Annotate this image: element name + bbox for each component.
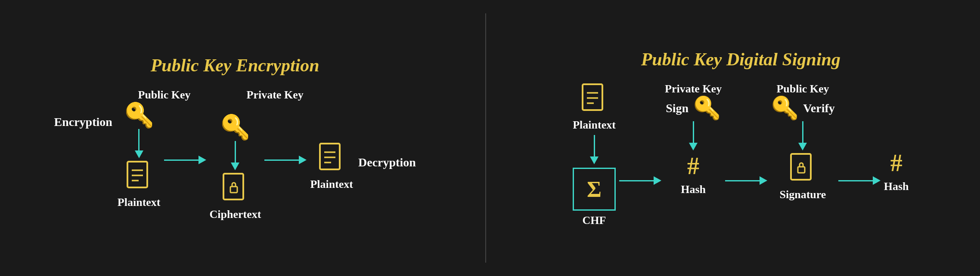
ciphertext-doc-col: Ciphertext	[210, 172, 261, 221]
verify-label: Verify	[803, 101, 835, 115]
sign-plaintext-col: Plaintext	[573, 83, 616, 132]
sign-public-key-label: Public Key	[776, 83, 829, 95]
sign-label: Sign	[666, 101, 688, 115]
section-divider	[485, 13, 486, 263]
svg-rect-10	[583, 84, 602, 110]
ciphertext-doc-icon	[222, 172, 248, 205]
arrow-enc-to-cipher	[164, 156, 206, 164]
hash1-icon: #	[687, 152, 699, 180]
arrow-chf-to-hash1	[619, 176, 661, 185]
plaintext-doc-col: Plaintext	[118, 160, 161, 209]
plaintext-doc-icon	[126, 160, 152, 193]
main-container: Public Key Encryption Public Key Private…	[0, 0, 980, 276]
plaintext1-label: Plaintext	[118, 196, 161, 209]
chf-label: CHF	[583, 214, 606, 227]
arrow-down-pubkey	[135, 129, 143, 158]
private-key-label: Private Key	[247, 89, 304, 101]
sign-plaintext-doc-icon	[581, 83, 608, 115]
hash2-col: # Hash	[884, 149, 909, 193]
arrow-hash1-to-sig	[725, 176, 767, 185]
sign-private-key-icon: 🔑	[693, 97, 721, 120]
hash2-label: Hash	[884, 180, 909, 193]
ciphertext-label: Ciphertext	[210, 208, 261, 221]
signature-label: Signature	[780, 188, 826, 201]
chf-box: Σ	[573, 168, 616, 211]
svg-rect-15	[798, 167, 805, 173]
plaintext2-doc-icon	[318, 142, 345, 175]
svg-rect-5	[230, 187, 237, 193]
private-key-icon: 🔑	[220, 115, 250, 139]
sign-public-key-icon: 🔑	[771, 97, 799, 120]
sigma-icon: Σ	[587, 177, 602, 202]
signing-section: Public Key Digital Signing Plaintext	[504, 49, 977, 227]
public-key-label: Public Key	[138, 89, 191, 101]
arrow-down-privkey	[231, 141, 239, 170]
arrow-plain-to-chf	[590, 135, 599, 164]
public-key-icon: 🔑	[124, 103, 154, 127]
arrow-cipher-to-plain2	[264, 156, 307, 164]
arrow-privkey-to-sig	[689, 121, 698, 150]
hash2-icon: #	[890, 149, 902, 177]
signature-col: Signature	[780, 152, 826, 201]
signature-doc-icon	[789, 152, 816, 185]
arrow-sig-to-hash2	[838, 176, 881, 185]
svg-rect-0	[127, 162, 147, 187]
sign-private-key-label: Private Key	[665, 83, 722, 95]
sign-plaintext-label: Plaintext	[573, 119, 616, 132]
encryption-title: Public Key Encryption	[151, 55, 319, 76]
plaintext2-label: Plaintext	[310, 178, 353, 191]
hash1-col: # Hash	[681, 152, 706, 196]
svg-rect-6	[320, 144, 340, 169]
hash1-label: Hash	[681, 183, 706, 196]
arrow-pubkey-to-hash2	[798, 121, 807, 150]
encryption-label: Encryption	[54, 115, 112, 129]
encryption-section: Public Key Encryption Public Key Private…	[3, 55, 468, 221]
plaintext2-doc-col: Plaintext	[310, 142, 353, 191]
decryption-label: Decryption	[358, 156, 416, 169]
signing-title: Public Key Digital Signing	[641, 49, 840, 70]
